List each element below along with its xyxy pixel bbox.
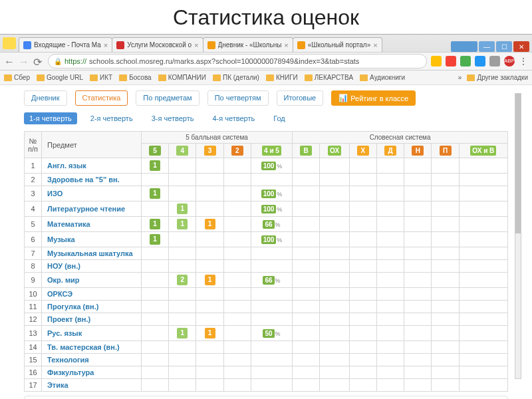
bookmark-item[interactable]: Google URL (37, 74, 83, 81)
cell-word-5 (432, 273, 459, 288)
ext-icon-1[interactable] (446, 56, 456, 66)
rating-tab[interactable]: 📊Рейтинг в классе (331, 90, 416, 106)
sub-tab-3[interactable]: 4-я четверть (207, 112, 260, 124)
cell-2 (223, 217, 251, 232)
main-tab-2[interactable]: По предметам (136, 90, 199, 106)
tab-close-icon[interactable]: × (373, 41, 377, 49)
maximize-button[interactable]: ☐ (496, 41, 512, 52)
cell-word-1 (320, 186, 349, 201)
menu-icon[interactable]: ⋮ (519, 56, 528, 66)
ext-icon-2[interactable] (460, 56, 471, 66)
bookmark-item[interactable]: ПК (детали) (213, 74, 259, 81)
browser-tab[interactable]: «Школьный портал»× (293, 37, 382, 52)
subject-link[interactable]: Музыкальная шкатулка (42, 247, 142, 260)
cell-word-0 (293, 341, 320, 354)
address-bar[interactable]: 🔒 https://schools.school.mosreg.ru/marks… (48, 54, 427, 68)
subject-link[interactable]: Математика (42, 217, 142, 232)
sub-tab-0[interactable]: 1-я четверть (24, 112, 77, 124)
cell-3 (196, 301, 223, 313)
main-tab-4[interactable]: Итоговые (277, 90, 324, 106)
sub-tab-4[interactable]: Год (268, 112, 291, 124)
cell-2 (223, 158, 251, 174)
cell-word-2 (349, 247, 376, 260)
bookmark-item[interactable]: КОМПАНИИ (158, 74, 206, 81)
cell-word-2 (349, 186, 376, 201)
other-bookmarks[interactable]: Другие закладки (467, 74, 528, 81)
ext-icon-4[interactable] (489, 56, 500, 66)
back-button[interactable]: ← (4, 56, 15, 66)
bookmark-item[interactable]: КНИГИ (266, 74, 298, 81)
cell-word-6 (459, 288, 507, 301)
subject-link[interactable]: ОРКСЭ (42, 288, 142, 301)
forward-button[interactable]: → (19, 56, 29, 66)
row-num: 7 (25, 247, 42, 260)
cell-word-0 (293, 247, 320, 260)
cell-4 (169, 186, 196, 201)
subject-link[interactable]: Проект (вн.) (42, 313, 142, 326)
scrollbar[interactable] (515, 93, 521, 379)
ext-icon-3[interactable] (475, 56, 485, 66)
minimize-button[interactable]: — (479, 41, 495, 52)
star-icon[interactable] (431, 56, 442, 66)
subject-link[interactable]: Англ. язык (42, 158, 142, 174)
bookmark-item[interactable]: ИКТ (90, 74, 112, 81)
subject-link[interactable]: Физкультура (42, 366, 142, 379)
cell-word-5 (432, 366, 459, 379)
browser-tab[interactable]: Услуги Московской о× (112, 37, 203, 52)
table-row: 2Здоровье на "5" вн. (25, 174, 508, 186)
main-tab-3[interactable]: По четвертям (207, 90, 269, 106)
subject-link[interactable]: Окр. мир (42, 273, 142, 288)
info-bar[interactable]: ✉ Информирование об оценках Получай новы… (24, 396, 508, 399)
subject-link[interactable]: Технология (42, 354, 142, 366)
cell-word-6 (459, 174, 507, 186)
cell-word-0 (293, 201, 320, 217)
main-tab-0[interactable]: Дневник (24, 90, 67, 106)
row-num: 2 (25, 174, 42, 186)
table-row: 12Проект (вн.) (25, 313, 508, 326)
cell-5 (142, 301, 169, 313)
cell-word-2 (349, 366, 376, 379)
tab-close-icon[interactable]: × (284, 41, 288, 49)
cell-5 (142, 273, 169, 288)
bookmark-item[interactable]: Сбер (4, 74, 30, 81)
subject-link[interactable]: Прогулка (вн.) (42, 301, 142, 313)
cell-word-2 (349, 158, 376, 174)
scroll-thumb[interactable] (515, 94, 521, 233)
subject-link[interactable]: Рус. язык (42, 326, 142, 341)
bookmark-item[interactable]: ЛЕКАРСТВА (305, 74, 353, 81)
subject-link[interactable]: Здоровье на "5" вн. (42, 174, 142, 186)
table-row: 14Тв. мастерская (вн.) (25, 341, 508, 354)
sub-tab-1[interactable]: 2-я четверть (85, 112, 138, 124)
cell-word-3 (376, 301, 404, 313)
favicon (207, 41, 215, 49)
abp-icon[interactable]: ABP (504, 56, 515, 66)
subject-link[interactable]: Музыка (42, 232, 142, 247)
subject-link[interactable]: Литературное чтение (42, 201, 142, 217)
reload-button[interactable]: ⟳ (33, 56, 44, 66)
subject-link[interactable]: Этика (42, 379, 142, 392)
bookmarks-bar: СберGoogle URLИКТБосоваКОМПАНИИПК (детал… (0, 70, 532, 85)
browser-tab[interactable]: Входящие - Почта Ма× (19, 37, 112, 52)
cell-4 (169, 366, 196, 379)
cell-word-0 (293, 366, 320, 379)
cell-4: 1 (169, 326, 196, 341)
close-button[interactable]: ✕ (513, 41, 529, 52)
bookmark-item[interactable]: Босова (119, 74, 152, 81)
cell-word-5 (432, 313, 459, 326)
browser-tab[interactable]: Дневник - «Школьны× (203, 37, 293, 52)
tab-close-icon[interactable]: × (104, 41, 108, 49)
cell-word-4 (404, 232, 432, 247)
cell-word-0 (293, 174, 320, 186)
cell-word-3 (376, 186, 404, 201)
main-tab-1[interactable]: Статистика (75, 90, 128, 106)
subject-link[interactable]: ИЗО (42, 186, 142, 201)
tab-close-icon[interactable]: × (194, 41, 198, 49)
subject-link[interactable]: Тв. мастерская (вн.) (42, 341, 142, 354)
cell-word-3 (376, 273, 404, 288)
bookmark-item[interactable]: Аудиокниги (360, 74, 405, 81)
cell-word-1 (320, 313, 349, 326)
sub-tab-2[interactable]: 3-я четверть (146, 112, 200, 124)
more-bookmarks[interactable]: » (458, 74, 462, 81)
window-controls: — ☐ ✕ (451, 41, 529, 52)
subject-link[interactable]: НОУ (вн.) (42, 260, 142, 273)
